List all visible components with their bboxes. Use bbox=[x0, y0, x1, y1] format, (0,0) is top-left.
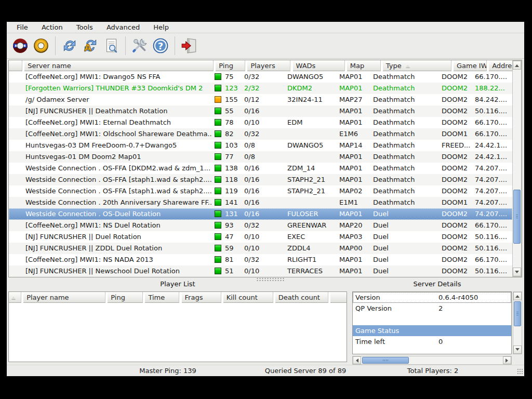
cell bbox=[9, 71, 22, 83]
server-row[interactable]: [NJ] FUNCRUSHER || ZDDL Duel Rotation590… bbox=[9, 243, 512, 254]
cell: 0/16 bbox=[241, 105, 284, 117]
cell: STAPH2_21 bbox=[284, 185, 336, 197]
column-header-wads[interactable]: WADs bbox=[293, 60, 345, 71]
server-row[interactable]: [CoffeeNet.org] MWI1: NS Duel Rotation93… bbox=[9, 220, 512, 231]
cell: DOOM2 bbox=[438, 71, 472, 83]
scroll-thumb[interactable] bbox=[362, 357, 409, 364]
player-column-sort[interactable] bbox=[9, 292, 21, 303]
scroll-down-button[interactable] bbox=[513, 345, 522, 354]
scroll-down-button[interactable] bbox=[513, 268, 521, 276]
svg-text:A: A bbox=[84, 42, 91, 53]
menu-file[interactable]: File bbox=[11, 22, 34, 33]
server-row[interactable]: [NJ] FUNCRUSHER || Newschool Duel Rotati… bbox=[9, 265, 512, 277]
detail-row[interactable]: Time left0 bbox=[353, 336, 511, 347]
detail-label: QP Version bbox=[353, 303, 438, 314]
scroll-left-button[interactable] bbox=[353, 356, 361, 364]
player-column-kill-count[interactable]: Kill count bbox=[223, 292, 273, 303]
server-row[interactable]: Huntsvegas-03 DM FreeDoom-0.7+Dwango5103… bbox=[9, 140, 512, 151]
cell: 24.42.1... bbox=[472, 140, 512, 151]
menu-bar: File Action Tools Advanced Help bbox=[7, 22, 524, 33]
cell: [CoffeeNet.org] MWI1: Eternal Deathmatch bbox=[22, 117, 211, 128]
cell-ping: 123 bbox=[211, 83, 241, 94]
cell: MAP01 bbox=[336, 254, 370, 265]
menu-tools[interactable]: Tools bbox=[71, 22, 99, 33]
detail-row bbox=[353, 314, 511, 325]
details-vscrollbar[interactable] bbox=[513, 291, 522, 354]
column-header-server-name[interactable]: Server name bbox=[24, 60, 214, 71]
cell: DOOM2 bbox=[438, 117, 472, 128]
detail-row[interactable]: Game Status bbox=[353, 325, 511, 336]
server-row[interactable]: [Forgotten Warriors] THUNDER #33 Doomkid… bbox=[9, 83, 512, 94]
column-header-ping[interactable]: Ping bbox=[216, 60, 245, 71]
exit-button[interactable] bbox=[179, 35, 200, 56]
cell: DOOM2 bbox=[438, 83, 472, 94]
refresh-all-button[interactable]: A bbox=[80, 35, 101, 56]
cell: DOOM2 bbox=[438, 174, 472, 185]
server-row[interactable]: Westside Connection . 20th Anniversary S… bbox=[9, 197, 512, 208]
scroll-thumb[interactable] bbox=[514, 301, 521, 326]
column-header-type[interactable]: Type bbox=[383, 60, 451, 71]
server-row[interactable]: [CoffeeNet.org] MWI1: Oldschool Sharewar… bbox=[9, 128, 512, 140]
cell: EXEC bbox=[284, 231, 336, 243]
cell bbox=[9, 254, 22, 265]
about-button[interactable]: ? bbox=[150, 35, 171, 56]
server-row[interactable]: [NJ] FUNCRUSHER || Duel Rotation470/10EX… bbox=[9, 231, 512, 243]
player-column-time[interactable]: Time bbox=[145, 292, 179, 303]
menu-advanced[interactable]: Advanced bbox=[101, 22, 145, 33]
menu-help[interactable]: Help bbox=[148, 22, 175, 33]
cell: Deathmatch bbox=[370, 140, 438, 151]
cell-ping: 82 bbox=[211, 128, 241, 140]
player-column-name[interactable]: Player name bbox=[23, 292, 105, 303]
chevron-right-icon bbox=[506, 358, 510, 363]
launch-custom-button[interactable] bbox=[31, 35, 51, 56]
server-row[interactable]: Westside Connection . OS-FFA [staph1.wad… bbox=[9, 185, 512, 197]
server-row[interactable]: [CoffeeNet.org] MWI1: NS NADA 2013810/32… bbox=[9, 254, 512, 265]
resize-grip[interactable] bbox=[517, 368, 523, 374]
cell bbox=[9, 174, 22, 185]
cell: Westside Connection . 20th Anniversary S… bbox=[22, 197, 211, 208]
cell: 24.42.1... bbox=[472, 151, 512, 163]
column-header-players[interactable]: Players bbox=[247, 60, 290, 71]
refresh-list-button[interactable] bbox=[59, 35, 80, 56]
player-list-header: Player name Ping Time Frags Kill count D… bbox=[9, 292, 347, 303]
server-list-vscrollbar[interactable] bbox=[512, 60, 522, 277]
detail-row[interactable]: Version0.6.4-r4050 bbox=[353, 292, 511, 303]
server-row[interactable]: Westside Connection . OS-FFA [staph1.wad… bbox=[9, 174, 512, 185]
scroll-right-button[interactable] bbox=[503, 356, 511, 364]
cell: 66.170.... bbox=[472, 117, 512, 128]
view-logs-button[interactable] bbox=[101, 35, 122, 56]
player-column-frags[interactable]: Frags bbox=[182, 292, 221, 303]
cell: 0/16 bbox=[241, 163, 284, 174]
cell: [CoffeeNet.org] MWI1: NS Duel Rotation bbox=[22, 220, 211, 231]
cell: Deathmatch bbox=[370, 163, 438, 174]
ping-indicator-icon bbox=[215, 268, 221, 274]
column-header-game-iwad[interactable]: Game IW bbox=[454, 60, 487, 71]
server-row[interactable]: [CoffeeNet.org] MWI1: Dwango5 NS FFA750/… bbox=[9, 71, 512, 83]
cell: STAPH2_21 bbox=[284, 174, 336, 185]
server-row[interactable]: Westside Connection . OS-FFA [DKDM2.wad … bbox=[9, 163, 512, 174]
details-hscrollbar[interactable] bbox=[352, 356, 512, 365]
launch-odamex-icon bbox=[11, 37, 29, 55]
column-header-type-label: Type bbox=[386, 62, 402, 70]
server-row[interactable]: Huntsvegas-01 DM Doom2 Map01770/8MAP01De… bbox=[9, 151, 512, 163]
server-row[interactable]: [CoffeeNet.org] MWI1: Eternal Deathmatch… bbox=[9, 117, 512, 128]
server-row[interactable]: Westside Connection . OS-Duel Rotation13… bbox=[9, 208, 512, 220]
menu-action[interactable]: Action bbox=[36, 22, 69, 33]
scroll-up-button[interactable] bbox=[513, 61, 521, 70]
status-master-ping: Master Ping: 139 bbox=[74, 367, 261, 375]
scroll-thumb[interactable] bbox=[513, 190, 521, 244]
column-header-map[interactable]: Map bbox=[347, 60, 381, 71]
cell: [CoffeeNet.org] MWI1: Oldschool Sharewar… bbox=[22, 128, 211, 140]
column-header-address[interactable]: Address : bbox=[489, 60, 512, 71]
cell: Duel bbox=[370, 243, 438, 254]
settings-button[interactable] bbox=[129, 35, 150, 56]
server-row[interactable]: [NJ] FUNCRUSHER || Deathmatch Rotation55… bbox=[9, 105, 512, 117]
launch-odamex-button[interactable] bbox=[10, 35, 31, 56]
scroll-up-button[interactable] bbox=[513, 292, 522, 300]
column-header-blank[interactable] bbox=[9, 60, 22, 71]
player-column-death-count[interactable]: Death count bbox=[275, 292, 328, 303]
server-row[interactable]: /g/ Odamex Server1550/1232IN24-11MAP27De… bbox=[9, 94, 512, 105]
detail-value: 0 bbox=[438, 336, 443, 347]
player-column-ping[interactable]: Ping bbox=[108, 292, 143, 303]
detail-row[interactable]: QP Version2 bbox=[353, 303, 511, 314]
